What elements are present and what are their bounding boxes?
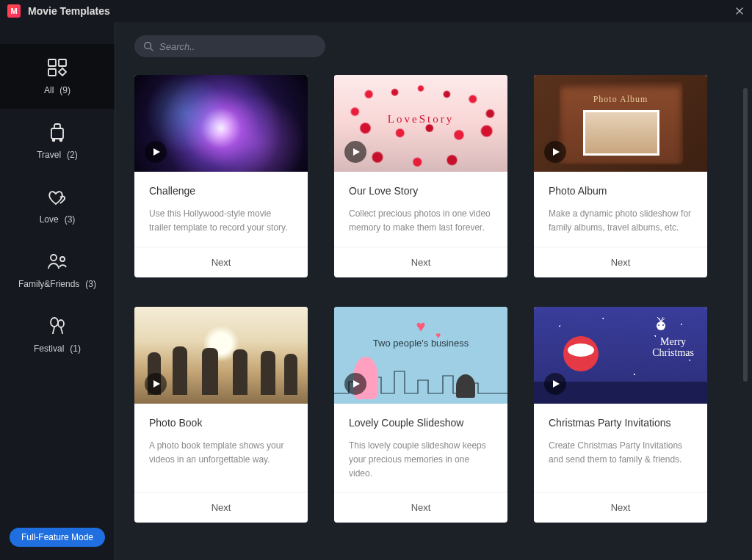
template-title: Challenge — [149, 185, 293, 197]
play-icon — [352, 148, 361, 156]
svg-point-4 — [53, 139, 55, 142]
template-card-photo-album[interactable]: Photo Album Photo Album Make a dynamic p… — [534, 75, 707, 277]
people-icon — [45, 251, 70, 272]
template-title: Our Love Story — [349, 185, 493, 197]
svg-point-9 — [58, 320, 64, 327]
card-body: Christmas Party Invitations Create Chris… — [534, 404, 707, 492]
search-input[interactable] — [159, 41, 317, 52]
thumbnail-overlay-text: Two people's business — [334, 338, 507, 349]
svg-point-7 — [60, 257, 65, 261]
svg-point-6 — [51, 255, 57, 261]
card-body: Our Love Story Collect precious photos i… — [334, 172, 507, 247]
template-description: Make a dynamic photo slideshow for famil… — [549, 207, 693, 236]
play-button[interactable] — [145, 373, 167, 395]
search-icon — [143, 41, 153, 51]
app-logo-icon: M — [7, 4, 21, 18]
svg-point-13 — [662, 324, 664, 326]
sidebar-label: Festival(1) — [34, 343, 81, 354]
svg-rect-3 — [51, 128, 63, 139]
next-button[interactable]: Next — [134, 492, 308, 523]
svg-point-11 — [657, 321, 665, 330]
full-feature-mode-button[interactable]: Full-Feature Mode — [10, 528, 105, 547]
svg-point-8 — [51, 318, 58, 327]
svg-point-10 — [145, 43, 151, 49]
template-thumbnail: MerryChristmas — [534, 307, 707, 404]
template-title: Lovely Couple Slideshow — [349, 417, 493, 429]
template-description: Collect precious photos in one video mem… — [349, 207, 493, 236]
svg-rect-0 — [48, 59, 56, 66]
play-icon — [552, 379, 560, 388]
close-icon — [734, 6, 745, 16]
content-area: Challenge Use this Hollywood-style movie… — [115, 22, 752, 560]
sidebar-label: Family&Friends(3) — [18, 279, 96, 289]
svg-point-5 — [60, 139, 62, 142]
close-button[interactable] — [731, 3, 748, 19]
scrollbar-thumb[interactable] — [743, 88, 748, 382]
template-description: A photo book template shows your videos … — [149, 439, 293, 468]
search-field[interactable] — [134, 35, 325, 57]
titlebar: M Movie Templates — [0, 0, 752, 22]
sidebar-item-travel[interactable]: Travel(2) — [0, 109, 115, 173]
window-title: Movie Templates — [28, 5, 110, 17]
santa-graphic — [563, 336, 599, 371]
thumbnail-overlay-text: Photo Album — [560, 94, 682, 105]
grid-icon — [45, 57, 70, 78]
card-body: Lovely Couple Slideshow This lovely coup… — [334, 404, 507, 492]
play-icon — [552, 148, 560, 156]
sidebar-label: Travel(2) — [37, 150, 78, 160]
svg-point-12 — [658, 324, 659, 326]
sidebar: All(9) Travel(2) — [0, 22, 115, 560]
card-body: Photo Book A photo book template shows y… — [134, 404, 308, 492]
sidebar-item-all[interactable]: All(9) — [0, 44, 115, 109]
next-button[interactable]: Next — [134, 247, 308, 277]
template-thumbnail — [134, 75, 308, 172]
sidebar-item-festival[interactable]: Festival(1) — [0, 302, 115, 367]
scrollbar[interactable] — [743, 88, 748, 382]
template-title: Photo Album — [549, 185, 693, 197]
reindeer-icon — [650, 317, 672, 338]
template-card-christmas[interactable]: MerryChristmas Christmas Party Invitatio… — [534, 307, 707, 523]
template-card-lovely-couple[interactable]: ♥ ♥ Two people's business Lovely Couple … — [334, 307, 507, 523]
next-button[interactable]: Next — [534, 247, 707, 277]
sidebar-item-love[interactable]: Love(3) — [0, 173, 115, 238]
template-description: Create Christmas Party Invitations and s… — [549, 439, 693, 468]
template-card-love-story[interactable]: LoveStory Our Love Story Collect preciou… — [334, 75, 507, 277]
thumbnail-overlay-text: LoveStory — [388, 113, 454, 126]
next-button[interactable]: Next — [534, 492, 707, 523]
template-card-photo-book[interactable]: Photo Book A photo book template shows y… — [134, 307, 308, 523]
play-button[interactable] — [344, 141, 366, 163]
play-icon — [152, 379, 161, 388]
template-description: This lovely couple slideshow keeps your … — [349, 439, 493, 481]
card-body: Challenge Use this Hollywood-style movie… — [134, 172, 308, 247]
sidebar-label: All(9) — [44, 85, 70, 95]
sidebar-label: Love(3) — [40, 214, 76, 225]
template-thumbnail: Photo Album — [534, 75, 707, 172]
template-thumbnail: ♥ ♥ Two people's business — [334, 307, 507, 404]
play-button[interactable] — [145, 141, 167, 163]
template-thumbnail: LoveStory — [334, 75, 507, 172]
template-description: Use this Hollywood-style movie trailer t… — [149, 207, 293, 236]
template-title: Christmas Party Invitations — [549, 417, 693, 429]
heart-icon: ♥ — [416, 317, 425, 336]
thumbnail-overlay-text: MerryChristmas — [652, 336, 694, 359]
template-title: Photo Book — [149, 417, 293, 429]
template-grid: Challenge Use this Hollywood-style movie… — [134, 75, 733, 523]
next-button[interactable]: Next — [334, 247, 507, 277]
svg-rect-1 — [59, 59, 66, 66]
sidebar-item-family-friends[interactable]: Family&Friends(3) — [0, 238, 115, 302]
play-button[interactable] — [544, 141, 566, 163]
suitcase-icon — [45, 122, 70, 142]
template-thumbnail — [134, 307, 308, 404]
hearts-icon — [45, 186, 70, 207]
next-button[interactable]: Next — [334, 492, 507, 523]
play-button[interactable] — [344, 373, 366, 395]
card-body: Photo Album Make a dynamic photo slidesh… — [534, 172, 707, 247]
play-icon — [352, 379, 361, 388]
play-button[interactable] — [544, 373, 566, 395]
balloons-icon — [45, 316, 70, 336]
play-icon — [152, 148, 161, 156]
template-card-challenge[interactable]: Challenge Use this Hollywood-style movie… — [134, 75, 308, 277]
svg-rect-2 — [48, 69, 56, 76]
